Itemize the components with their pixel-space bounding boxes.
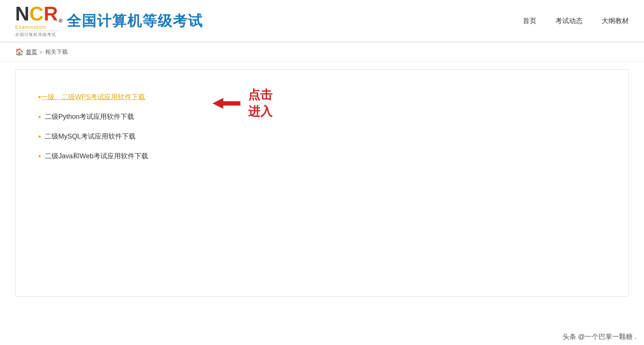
nav-item-exam-news[interactable]: 考试动态: [555, 16, 583, 25]
logo-letter-n: N: [15, 4, 30, 23]
logo-ncr: NCR®: [15, 4, 61, 23]
nav-item-home[interactable]: 首页: [523, 16, 536, 25]
python-download-text: 二级Python考试应用软件下载: [45, 112, 134, 121]
list-item: ▪ 二级MySQL考试应用软件下载: [38, 132, 606, 141]
home-icon: 🏠: [15, 48, 23, 56]
download-list: ▪ 一级、二级WPS考试应用软件下载 点击进入 ▪ 二级Python考试应用软件…: [38, 92, 606, 161]
list-item: ▪ 一级、二级WPS考试应用软件下载 点击进入: [38, 92, 606, 101]
first-item-container: ▪ 一级、二级WPS考试应用软件下载 点击进入: [38, 92, 145, 101]
breadcrumb-home-link[interactable]: 首页: [26, 48, 37, 56]
svg-marker-0: [213, 98, 241, 109]
list-item: ▪ 二级Java和Web考试应用软件下载: [38, 151, 606, 161]
breadcrumb: 🏠 首页 > 相关下载: [0, 42, 644, 62]
logo-letter-r: R: [44, 4, 58, 23]
logo-registered: ®: [59, 18, 63, 23]
breadcrumb-current: 相关下载: [45, 48, 68, 56]
logo-box: NCR® Examination 全国计算机等级考试: [15, 4, 61, 38]
bullet-icon: ▪: [38, 152, 41, 161]
bullet-icon: ▪: [38, 112, 41, 121]
red-arrow-icon: [213, 92, 241, 115]
breadcrumb-separator: >: [39, 49, 43, 55]
bullet-icon: ▪: [38, 93, 41, 101]
logo-area: NCR® Examination 全国计算机等级考试 全国计算机等级考试: [15, 4, 203, 38]
site-header: NCR® Examination 全国计算机等级考试 全国计算机等级考试 首页 …: [0, 0, 644, 42]
site-title: 全国计算机等级考试: [67, 11, 203, 31]
wps-download-link[interactable]: 一级、二级WPS考试应用软件下载: [41, 92, 145, 101]
java-download-text: 二级Java和Web考试应用软件下载: [45, 151, 148, 161]
list-item: ▪ 二级Python考试应用软件下载: [38, 112, 606, 121]
logo-examination-label: Examination: [15, 24, 61, 30]
logo-subtitle: 全国计算机等级考试: [15, 31, 61, 37]
logo-letter-c: C: [30, 4, 44, 23]
main-nav: 首页 考试动态 大纲教材: [523, 16, 629, 25]
bullet-icon: ▪: [38, 132, 41, 141]
mysql-download-text: 二级MySQL考试应用软件下载: [45, 132, 136, 141]
main-content: ▪ 一级、二级WPS考试应用软件下载 点击进入 ▪ 二级Python考试应用软件…: [15, 69, 629, 297]
nav-item-syllabus[interactable]: 大纲教材: [602, 16, 629, 25]
